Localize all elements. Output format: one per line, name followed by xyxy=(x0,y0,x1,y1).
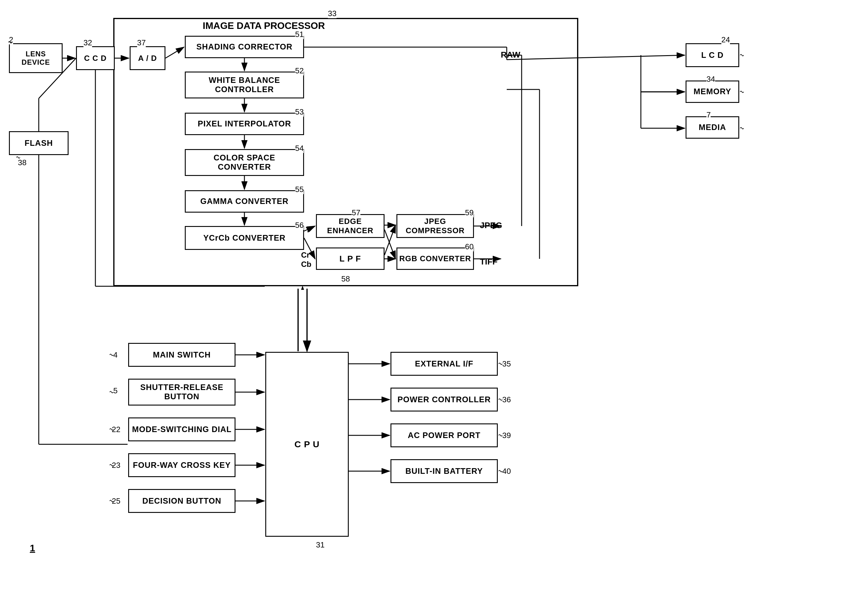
ref-40: 40 xyxy=(502,467,511,476)
ref-59: 59 xyxy=(465,208,474,217)
label-system-1: 1 xyxy=(30,543,35,554)
block-mode: MODE-SWITCHING DIAL xyxy=(128,417,236,441)
block-memory: MEMORY xyxy=(685,81,739,103)
ref-36: 36 xyxy=(502,395,511,404)
ref-58: 58 xyxy=(341,275,350,284)
ref-54: 54 xyxy=(295,144,304,153)
block-ycrcb: YCrCb CONVERTER xyxy=(185,226,304,250)
ref-24: 24 xyxy=(721,35,730,45)
block-ad: A / D xyxy=(130,46,166,70)
block-gamma: GAMMA CONVERTER xyxy=(185,190,304,212)
block-ccd: C C D xyxy=(76,46,115,70)
ref-53: 53 xyxy=(295,107,304,116)
processor-title: IMAGE DATA PROCESSOR xyxy=(203,20,325,31)
block-ac-power: AC POWER PORT xyxy=(391,423,498,447)
block-power-ctrl: POWER CONTROLLER xyxy=(391,388,498,411)
block-shading: SHADING CORRECTOR xyxy=(185,36,304,58)
ref-33: 33 xyxy=(328,9,336,18)
ref-35: 35 xyxy=(502,359,511,369)
block-flash: FLASH xyxy=(9,131,68,155)
block-lcd: L C D xyxy=(685,43,739,67)
block-media: MEDIA xyxy=(685,116,739,139)
ref-31: 31 xyxy=(316,540,325,549)
ref-60: 60 xyxy=(465,242,474,251)
block-pixel: PIXEL INTERPOLATOR xyxy=(185,113,304,135)
block-decision: DECISION BUTTON xyxy=(128,489,236,513)
ref-2: 2 xyxy=(9,35,13,45)
ref-5: 5 xyxy=(113,386,118,396)
ref-23: 23 xyxy=(112,461,121,470)
ref-25: 25 xyxy=(112,496,121,506)
ref-51: 51 xyxy=(295,30,304,39)
block-edge: EDGEENHANCER xyxy=(316,214,384,238)
block-rgb: RGB CONVERTER xyxy=(397,248,474,270)
label-jpeg: JPEG xyxy=(480,221,502,230)
ref-38: 38 xyxy=(18,158,26,167)
ref-34: 34 xyxy=(707,74,715,84)
ref-57: 57 xyxy=(352,208,360,217)
block-cpu: C P U xyxy=(265,352,349,537)
ref-55: 55 xyxy=(295,185,304,194)
label-raw: RAW xyxy=(501,50,520,60)
block-wb: WHITE BALANCECONTROLLER xyxy=(185,71,304,98)
block-battery: BUILT-IN BATTERY xyxy=(391,459,498,483)
ref-32: 32 xyxy=(84,38,92,47)
diagram: IMAGE DATA PROCESSOR 33 LENSDEVICE 2 C C… xyxy=(0,0,868,608)
svg-marker-37 xyxy=(301,285,304,290)
block-main-switch: MAIN SWITCH xyxy=(128,343,236,367)
ref-4: 4 xyxy=(113,351,118,360)
ref-7: 7 xyxy=(707,110,711,119)
block-lens: LENSDEVICE xyxy=(9,43,63,73)
block-lpf: L P F xyxy=(316,248,384,270)
block-cross-key: FOUR-WAY CROSS KEY xyxy=(128,453,236,477)
block-color-space: COLOR SPACECONVERTER xyxy=(185,149,304,176)
ref-22: 22 xyxy=(112,425,121,434)
block-external: EXTERNAL I/F xyxy=(391,352,498,376)
label-crcb: CrCb xyxy=(301,250,312,269)
block-shutter: SHUTTER-RELEASEBUTTON xyxy=(128,379,236,406)
label-tiff: TIFF xyxy=(480,257,498,267)
ref-56: 56 xyxy=(295,221,304,230)
ref-39: 39 xyxy=(502,431,511,440)
ref-37: 37 xyxy=(137,38,146,47)
label-y: Y xyxy=(305,225,311,234)
block-jpeg: JPEGCOMPRESSOR xyxy=(397,214,474,238)
ref-52: 52 xyxy=(295,66,304,76)
